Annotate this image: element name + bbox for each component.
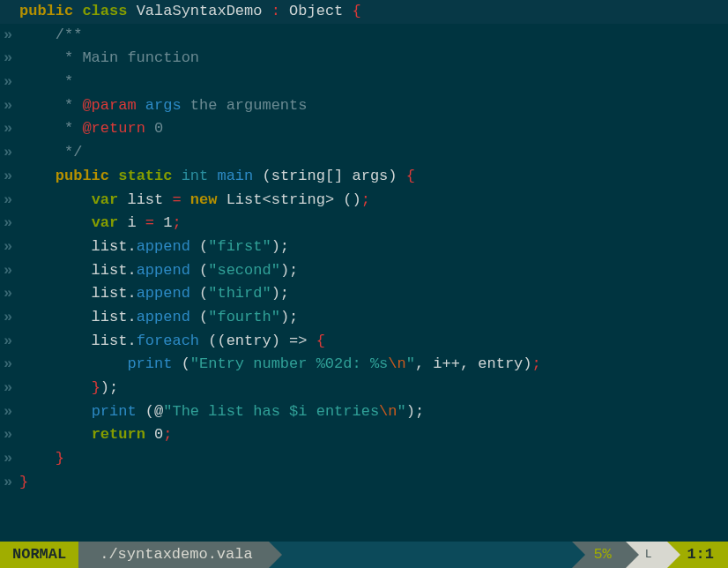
code-line: » return 0; [0, 423, 728, 447]
code-line: » */ [0, 141, 728, 165]
gutter: » [0, 117, 19, 141]
code-line: » /** [0, 24, 728, 48]
gutter: » [0, 47, 19, 71]
gutter: » [0, 189, 19, 213]
gutter: » [0, 71, 19, 94]
gutter: » [0, 282, 19, 306]
gutter: » [0, 235, 19, 259]
filename: ./syntaxdemo.vala [78, 542, 268, 568]
status-bar: NORMAL ./syntaxdemo.vala 5% L N 1:1 [0, 542, 728, 568]
code-line: » var i = 1; [0, 212, 728, 235]
gutter: » [0, 24, 19, 48]
cursor-position: 1:1 [667, 542, 728, 568]
code-line: » list.append ("third"); [0, 282, 728, 306]
code-editor[interactable]: public class ValaSyntaxDemo : Object { »… [0, 0, 728, 542]
code-line: » * [0, 71, 728, 94]
code-line: » * Main function [0, 47, 728, 71]
gutter: » [0, 400, 19, 424]
vim-mode: NORMAL [0, 542, 78, 568]
code-line: » * @param args the arguments [0, 94, 728, 118]
code-line: » list.append ("second"); [0, 259, 728, 283]
gutter: » [0, 353, 19, 377]
gutter: » [0, 165, 19, 189]
gutter: » [0, 377, 19, 400]
code-line: » list.append ("first"); [0, 235, 728, 259]
code-line: »} [0, 471, 728, 495]
gutter: » [0, 330, 19, 354]
gutter: » [0, 471, 19, 495]
code-line: » }); [0, 377, 728, 400]
code-line: » print ("Entry number %02d: %s\n", i++,… [0, 353, 728, 377]
code-line: » var list = new List<string> (); [0, 189, 728, 213]
gutter: » [0, 259, 19, 283]
code-line: » print (@"The list has $i entries\n"); [0, 400, 728, 424]
code-line: » * @return 0 [0, 117, 728, 141]
gutter: » [0, 141, 19, 165]
gutter: » [0, 94, 19, 118]
gutter: » [0, 212, 19, 235]
gutter: » [0, 447, 19, 471]
code-line: » } [0, 447, 728, 471]
code-line: » list.foreach ((entry) => { [0, 330, 728, 354]
code-line: public class ValaSyntaxDemo : Object { [0, 0, 728, 24]
scroll-percent: 5% [572, 542, 625, 568]
gutter: » [0, 423, 19, 447]
gutter: » [0, 306, 19, 330]
gutter [0, 0, 19, 24]
code-line: » public static int main (string[] args)… [0, 165, 728, 189]
code-line: » list.append ("fourth"); [0, 306, 728, 330]
spacer [269, 542, 573, 568]
line-indicator: L N [626, 542, 668, 568]
